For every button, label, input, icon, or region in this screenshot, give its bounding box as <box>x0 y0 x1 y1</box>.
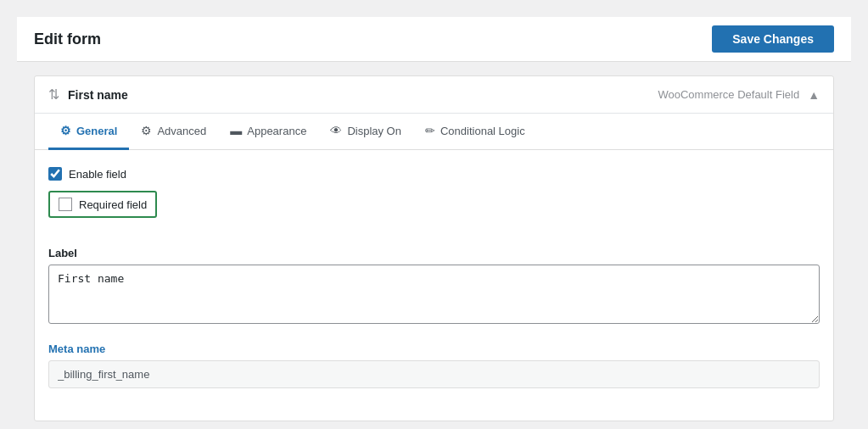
label-field-group: Label First name <box>48 247 820 327</box>
field-header-right: WooCommerce Default Field ▲ <box>658 88 820 102</box>
field-name-label: First name <box>68 88 128 102</box>
tab-display-on-label: Display On <box>347 125 401 137</box>
meta-name-label: Meta name <box>48 343 820 355</box>
conditional-logic-icon: ✏ <box>425 124 435 137</box>
sort-icon[interactable]: ⇅ <box>48 86 59 103</box>
tab-display-on[interactable]: 👁 Display On <box>318 114 413 150</box>
enable-field-row: Enable field <box>48 167 820 181</box>
tab-advanced[interactable]: ⚙ Advanced <box>129 114 218 150</box>
save-changes-button[interactable]: Save Changes <box>712 25 834 53</box>
tab-general[interactable]: ⚙ General <box>48 114 129 150</box>
meta-name-field-group: Meta name <box>48 343 820 388</box>
tab-advanced-label: Advanced <box>157 125 206 137</box>
woo-default-label: WooCommerce Default Field <box>658 88 799 101</box>
appearance-icon: ▬ <box>230 124 242 137</box>
tab-general-label: General <box>76 125 117 137</box>
tab-appearance[interactable]: ▬ Appearance <box>218 114 318 150</box>
collapse-icon[interactable]: ▲ <box>808 88 820 102</box>
page-title: Edit form <box>34 31 101 48</box>
required-field-row: Required field <box>48 191 157 218</box>
meta-name-input[interactable] <box>48 360 820 388</box>
enable-field-label[interactable]: Enable field <box>69 168 126 181</box>
general-icon: ⚙ <box>60 124 71 137</box>
form-card: ⇅ First name WooCommerce Default Field ▲… <box>34 75 834 421</box>
tab-conditional-logic-label: Conditional Logic <box>440 125 525 137</box>
header-bar: Edit form Save Changes <box>17 17 851 62</box>
label-field-input[interactable]: First name <box>48 265 820 324</box>
page-wrapper: Edit form Save Changes ⇅ First name WooC… <box>17 17 851 429</box>
form-body: Enable field Required field Label First … <box>35 150 833 421</box>
tab-appearance-label: Appearance <box>247 125 306 137</box>
advanced-icon: ⚙ <box>141 124 152 137</box>
required-field-label[interactable]: Required field <box>79 198 147 211</box>
field-header: ⇅ First name WooCommerce Default Field ▲ <box>35 76 833 114</box>
field-header-left: ⇅ First name <box>48 86 128 103</box>
required-field-wrapper: Required field <box>48 191 820 233</box>
tab-conditional-logic[interactable]: ✏ Conditional Logic <box>413 114 537 150</box>
required-field-checkbox[interactable] <box>59 198 72 211</box>
main-content: ⇅ First name WooCommerce Default Field ▲… <box>17 62 851 429</box>
tabs-bar: ⚙ General ⚙ Advanced ▬ Appearance 👁 Disp… <box>35 114 833 150</box>
label-field-label: Label <box>48 247 820 259</box>
enable-field-checkbox[interactable] <box>48 167 62 181</box>
display-on-icon: 👁 <box>330 124 342 137</box>
